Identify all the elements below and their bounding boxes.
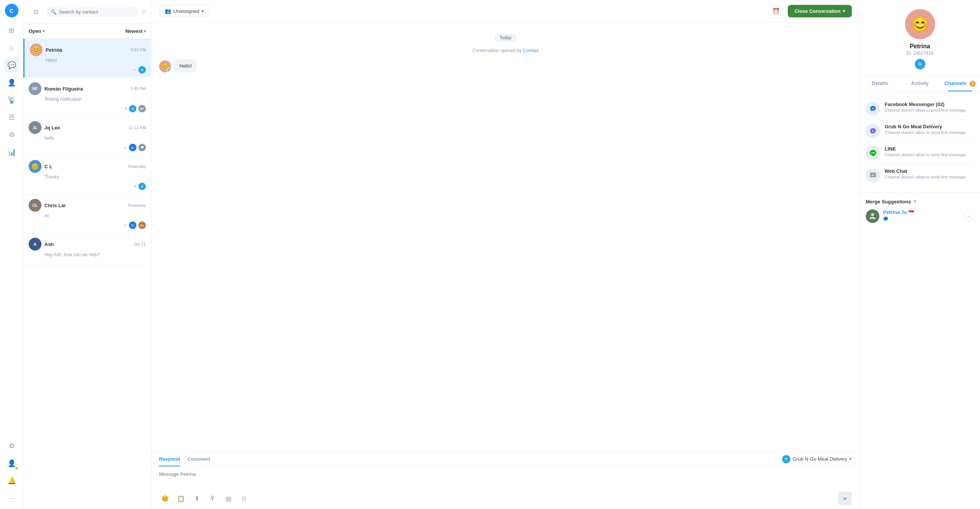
date-pill: Today [494,34,517,42]
channel-dot: ✈ [167,68,171,72]
newest-filter-btn[interactable]: Newest ▾ [125,27,146,35]
messenger-channel-badge: m [129,144,137,151]
date-divider: Today [159,34,852,42]
emoji-button[interactable]: 😊 [159,492,171,504]
search-box[interactable]: 🔍 [46,7,139,17]
channel-note: Channel doesn't allow to send first mess… [885,108,967,112]
reply-toolbar: 😊 📋 ⬆ 🎙 ▤ {/} ➤ [151,489,859,509]
tab-details[interactable]: Details [860,76,900,91]
filter-icon[interactable]: ▽ [142,9,146,15]
channel-note: Channel doesn't allow to send first mess… [885,175,967,179]
contact-name: C L [45,164,124,169]
merge-arrow-button[interactable]: → [963,211,974,222]
settings-icon[interactable]: ⚙ [5,128,19,142]
channel-note: Channel doesn't allow to send first mess… [885,130,967,135]
home-icon[interactable]: ⌂ [5,41,19,55]
close-chevron-icon: ▾ [843,9,845,14]
contact-link[interactable]: Contact [523,48,538,53]
more-icon[interactable]: ⋯ [5,491,19,505]
avatar: CL [29,199,41,212]
reports-icon[interactable]: 📡 [5,93,19,107]
user-avatar[interactable]: C [5,4,19,18]
tab-comment[interactable]: Comment [188,452,210,466]
list-item[interactable]: CL Chris Lai Yesterday Hi ✓ m CL [23,194,151,233]
snooze-button[interactable]: ⏰ [769,4,783,18]
conv-header: ⊟ 🔍 ▽ [23,0,151,24]
channel-name: Grub N Go Meal Delivery [885,124,967,129]
conv-time: Jan 21 [134,242,146,246]
chart-icon[interactable]: 📊 [5,145,19,159]
conversations-icon[interactable]: 💬 [5,58,19,72]
reply-input-area[interactable] [151,467,859,489]
conv-time: 3:33 PM [130,48,146,52]
reply-tabs: Respond Comment ✈ Grub N Go Meal Deliver… [151,452,859,467]
audio-button[interactable]: 🎙 [207,492,219,504]
channels-section: Facebook Messenger (02) Channel doesn't … [860,92,980,192]
conv-preview: Thanks [29,174,146,180]
avatar: JL [29,121,41,134]
merge-item: Petrina Jo 🇸🇬 → [866,209,974,223]
contacts-icon[interactable]: 👤 [5,75,19,90]
outgoing-arrow-icon: ↗ [124,106,127,111]
tab-channels[interactable]: Channels 1 [940,76,980,91]
message-avatar: 😊 ✈ [159,61,171,72]
message-row: 😊 ✈ Hello! [159,59,852,72]
assign-chevron-icon: ▾ [202,9,204,14]
messenger-channel-badge: m [129,222,137,229]
list-item[interactable]: 😊 C L Yesterday Thanks ↗ ✈ [23,155,151,194]
list-item[interactable]: RF Román Filgueira 2:45 PM Testing notif… [23,78,151,116]
webchat-channel-badge: 💬 [138,144,146,151]
read-tick-icon: ✓ [124,223,127,228]
channel-item: Grub N Go Meal Delivery Channel doesn't … [866,120,974,142]
channels-badge: 1 [969,81,975,87]
template-button[interactable]: ▤ [223,492,234,504]
channel-chevron-icon: ▾ [850,456,852,461]
conv-time: Yesterday [127,203,146,207]
contact-avatar-large: 😊 [905,9,935,39]
agent-avatar: CL [138,222,146,229]
chat-messages: Today Conversation opened by Contact 😊 ✈… [151,22,859,451]
reply-input[interactable] [159,471,852,483]
tab-respond[interactable]: Respond [159,452,180,466]
messenger-channel-icon [866,102,880,116]
merge-contact-name[interactable]: Petrina Jo 🇸🇬 [883,209,914,215]
variable-button[interactable]: {/} [238,492,250,504]
merge-avatar [866,209,879,223]
list-icon[interactable]: ☰ [5,110,19,124]
list-item[interactable]: 😊 Petrina 3:33 PM Hello! ✓ ✈ [23,39,151,78]
send-button[interactable]: ➤ [838,491,852,505]
channel-select[interactable]: ✈ Grub N Go Meal Delivery ▾ [782,455,852,463]
panel-toggle-icon[interactable]: ⊟ [29,5,43,19]
upload-button[interactable]: ⬆ [191,492,203,504]
list-item[interactable]: A Ash Jan 21 Hey Ash, how can we help? [23,233,151,265]
channel-name: LINE [885,146,967,152]
user-notification-dot [15,467,18,470]
open-filter-btn[interactable]: Open ▾ [29,27,45,35]
list-item[interactable]: JL Jq Lee 11:12 AM hello. ✓ m 💬 [23,116,151,155]
user-icon[interactable]: 👤 [5,456,19,471]
snooze-icon: ⏰ [772,8,780,15]
attachment-button[interactable]: 📋 [175,492,187,504]
contact-channel-badge: ✈ [915,59,925,69]
merge-help-icon[interactable]: ? [913,199,917,205]
close-conversation-button[interactable]: Close Conversation ▾ [788,5,852,18]
contact-name: Chris Lai [45,203,124,208]
channel-item: Facebook Messenger (02) Channel doesn't … [866,98,974,120]
chat-toolbar: 👥 Unassigned ▾ ⏰ Close Conversation ▾ [151,0,859,22]
viber-channel-icon [866,124,880,138]
telegram-channel-badge: ✈ [129,105,137,112]
search-input[interactable] [59,9,134,15]
avatar: 😊 [29,160,41,173]
telegram-channel-badge: ✈ [138,66,146,73]
assign-button[interactable]: 👥 Unassigned ▾ [159,5,210,17]
contact-name: Ash [45,241,130,247]
settings2-icon[interactable]: ⚙ [5,439,19,453]
contact-id: ID: 24627418 [906,51,933,56]
conv-time: Yesterday [127,164,146,169]
bell-icon[interactable]: 🔔 [5,474,19,488]
contact-header: 😊 Petrina ID: 24627418 ✈ [860,0,980,76]
sidebar-toggle-icon[interactable]: ⊞ [5,23,19,38]
contact-name-large: Petrina [910,43,930,50]
tab-activity[interactable]: Activity [900,76,940,91]
outgoing-arrow-icon: ↗ [133,184,137,189]
